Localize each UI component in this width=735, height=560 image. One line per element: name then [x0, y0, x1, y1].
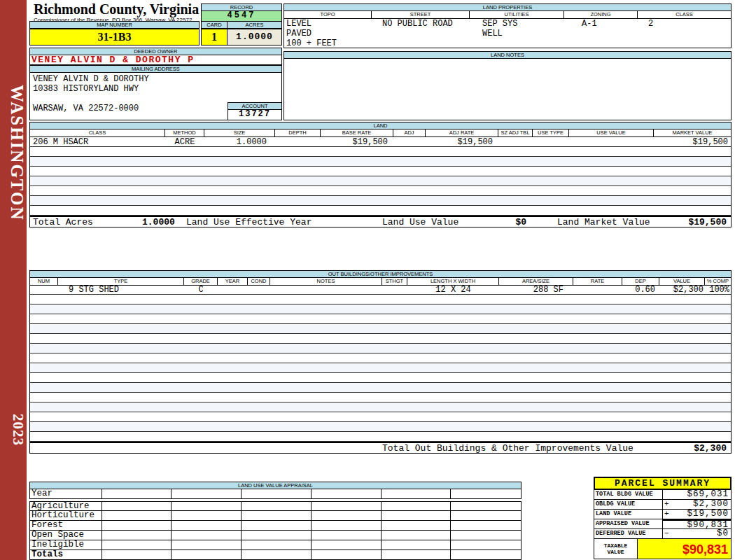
appraisal-cell[interactable] [172, 489, 241, 498]
appraisal-cell[interactable] [172, 511, 241, 520]
land-empty-row [30, 176, 731, 186]
appraisal-row-label: Forest [30, 521, 102, 530]
appraisal-cell[interactable] [102, 489, 172, 498]
map-number-value[interactable]: 31-1B3 [29, 29, 200, 46]
appraisal-cell[interactable] [102, 521, 172, 530]
summary-label: OBLDG VALUE [594, 500, 663, 510]
appraisal-cell[interactable] [102, 511, 172, 520]
outb-empty-rows [30, 295, 731, 442]
land-cell-base-rate: $19,500 [321, 138, 393, 147]
appraisal-cell[interactable] [312, 540, 382, 550]
land-notes-section: LAND NOTES [284, 51, 732, 120]
appraisal-cell[interactable] [451, 502, 521, 510]
appraisal-cell[interactable] [451, 540, 521, 550]
appraisal-cell[interactable] [102, 550, 172, 559]
outb-data-row[interactable]: 9 STG SHED C 12 X 24 288 SF 0.60 $2,300 … [30, 286, 731, 295]
out-buildings-body: 9 STG SHED C 12 X 24 288 SF 0.60 $2,300 … [29, 286, 732, 442]
appraisal-rows: YearAgricultureHorticultureForestOpen Sp… [29, 489, 522, 560]
appraisal-cell[interactable] [451, 489, 521, 498]
appraisal-cell[interactable] [241, 511, 312, 520]
appraisal-cell[interactable] [102, 502, 172, 510]
land-properties-section: LAND PROPERTIES TOPO STREET UTILITIES ZO… [284, 4, 732, 48]
outb-empty-row [30, 344, 731, 354]
land-data-row[interactable]: 206 M HSACR ACRE 1.0000 $19,500 $19,500 … [30, 137, 731, 147]
appraisal-cell[interactable] [382, 550, 451, 559]
out-buildings-total-row: Total Out Buildings & Other Improvements… [29, 442, 732, 454]
parcel-summary-title: PARCEL SUMMARY [594, 477, 732, 490]
appraisal-cell[interactable] [382, 502, 451, 510]
appraisal-cell[interactable] [172, 502, 241, 510]
appraisal-cell[interactable] [451, 531, 521, 540]
mailing-address-label: MAILING ADDRESS [29, 65, 282, 73]
appraisal-cell[interactable] [241, 550, 312, 559]
land-table-body: 206 M HSACR ACRE 1.0000 $19,500 $19,500 … [29, 137, 732, 216]
appraisal-row: Horticulture [29, 511, 522, 521]
appraisal-row-label: Ineligible [30, 540, 102, 550]
land-empty-row [30, 186, 731, 196]
appraisal-cell[interactable] [172, 540, 241, 550]
appraisal-row: Agriculture [29, 501, 522, 511]
appraisal-cell[interactable] [241, 540, 312, 550]
summary-row-land: LAND VALUE + $19,500 [594, 510, 732, 519]
land-notes-body[interactable] [284, 59, 732, 120]
appraisal-cell[interactable] [382, 531, 451, 540]
outb-col-cond: COND [248, 278, 270, 285]
summary-op [663, 521, 672, 528]
outb-empty-row [30, 314, 731, 324]
land-empty-row [30, 167, 731, 176]
appraisal-cell[interactable] [312, 502, 382, 510]
sidebar-county-label: WASHINGTON [0, 69, 27, 237]
land-market-value: $19,500 [688, 218, 727, 227]
outb-empty-row [30, 412, 731, 422]
appraisal-cell[interactable] [382, 489, 451, 498]
appraisal-cell[interactable] [241, 531, 312, 540]
outb-col-grade: GRADE [184, 278, 218, 285]
summary-op: − [663, 529, 672, 538]
property-record-card: WASHINGTON 2023 Richmond County, Virgini… [0, 0, 735, 560]
land-use-value-label: Land Use Value [382, 218, 458, 227]
appraisal-row-label: Open Space [30, 531, 102, 540]
class-value: 2 [648, 20, 653, 29]
appraisal-cell[interactable] [451, 550, 521, 559]
account-label: ACCOUNT [227, 102, 282, 110]
land-market-value-label: Land Market Value [557, 218, 650, 227]
appraisal-cell[interactable] [312, 531, 382, 540]
appraisal-cell[interactable] [312, 550, 382, 559]
outb-col-area-size: AREA/SIZE [499, 278, 573, 285]
appraisal-cell[interactable] [382, 540, 451, 550]
appraisal-cell[interactable] [382, 511, 451, 520]
appraisal-cell[interactable] [382, 521, 451, 530]
summary-label: DEFERRED VALUE [594, 529, 663, 539]
land-empty-row [30, 196, 731, 206]
land-col-use-type: USE TYPE [533, 130, 569, 136]
land-col-base-rate: BASE RATE [321, 130, 393, 136]
appraisal-cell[interactable] [172, 521, 241, 530]
summary-op: + [663, 500, 672, 509]
appraisal-cell[interactable] [451, 511, 521, 520]
appraisal-cell[interactable] [241, 502, 312, 510]
appraisal-cell[interactable] [102, 531, 172, 540]
outb-col-rate: RATE [573, 278, 622, 285]
appraisal-cell[interactable] [241, 521, 312, 530]
card-value[interactable]: 1 [201, 29, 227, 46]
summary-label: LAND VALUE [594, 510, 663, 519]
outb-empty-row [30, 334, 731, 344]
appraisal-cell[interactable] [102, 540, 172, 550]
appraisal-cell[interactable] [241, 489, 312, 498]
outb-empty-row [30, 393, 731, 402]
land-table-header-row: CLASS METHOD SIZE DEPTH BASE RATE ADJ AD… [29, 130, 732, 137]
appraisal-cell[interactable] [172, 531, 241, 540]
appraisal-cell[interactable] [312, 511, 382, 520]
outb-cell-dep: 0.60 [622, 286, 659, 295]
land-empty-rows [30, 147, 731, 216]
land-properties-title: LAND PROPERTIES [284, 4, 732, 11]
outb-col-num: NUM [30, 278, 58, 285]
appraisal-cell[interactable] [312, 489, 382, 498]
outb-empty-row [30, 354, 731, 363]
utilities-value-1: SEP SYS [482, 20, 517, 29]
appraisal-cell[interactable] [451, 521, 521, 530]
appraisal-cell[interactable] [312, 521, 382, 530]
appraisal-cell[interactable] [172, 550, 241, 559]
deeded-owner-value[interactable]: VENEY ALVIN D & DOROTHY P [29, 55, 282, 65]
map-number-label: MAP NUMBER [29, 21, 200, 29]
